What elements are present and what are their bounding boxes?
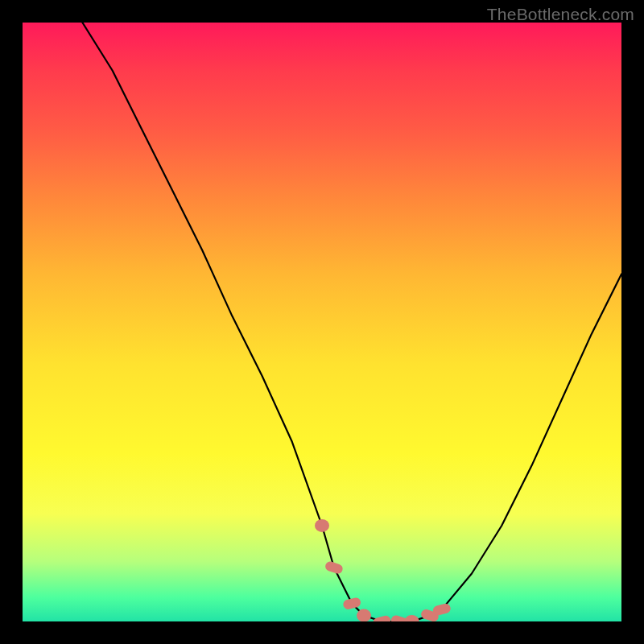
marker-dot [432, 603, 452, 617]
chart-svg [23, 23, 621, 621]
plot-area [23, 23, 621, 621]
marker-dot [405, 615, 419, 621]
marker-dot [324, 560, 345, 575]
flat-zone-markers [315, 519, 452, 621]
marker-dot [357, 609, 371, 621]
marker-dot [342, 597, 361, 610]
marker-dot [372, 615, 391, 621]
attribution-label: TheBottleneck.com [487, 5, 634, 24]
marker-dot [315, 519, 329, 532]
outer-frame: TheBottleneck.com [0, 0, 644, 644]
bottleneck-curve [82, 23, 621, 621]
